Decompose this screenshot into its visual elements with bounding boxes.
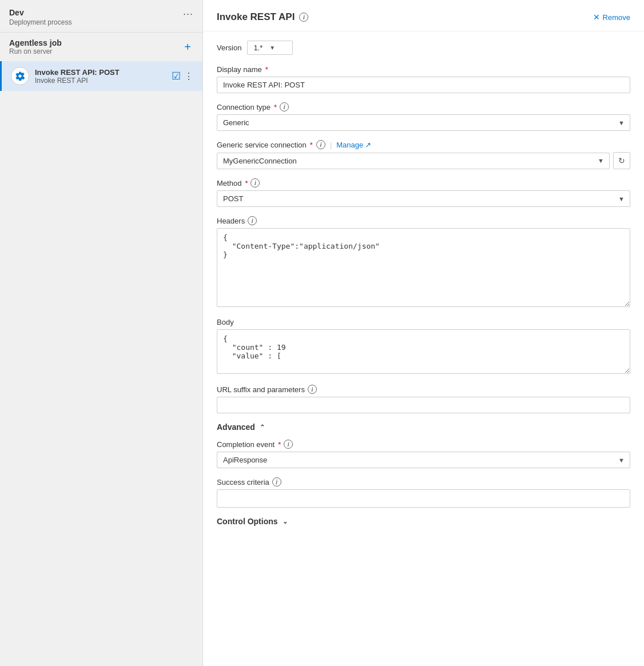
display-name-label: Display name * — [217, 65, 630, 74]
external-link-icon: ↗ — [365, 141, 371, 149]
remove-label: Remove — [603, 13, 630, 22]
body-label: Body — [217, 318, 630, 326]
advanced-chevron-icon: ⌃ — [260, 424, 265, 431]
success-criteria-input[interactable] — [217, 489, 630, 508]
deployment-title: Dev — [9, 8, 71, 17]
agentless-job-title: Agentless job — [9, 38, 62, 47]
version-value: 1.* — [253, 43, 263, 52]
control-options-chevron-icon: ⌄ — [283, 518, 288, 525]
version-select[interactable]: 1.* ▼ — [247, 41, 293, 55]
control-options-label: Control Options — [217, 517, 278, 526]
right-panel: Invoke REST API i ✕ Remove Version 1.* ▼… — [203, 0, 644, 666]
panel-title-text: Invoke REST API — [217, 11, 295, 23]
generic-service-connection-group: Generic service connection * i | Manage … — [217, 140, 630, 169]
method-select[interactable]: POST GET PUT DELETE PATCH — [217, 190, 630, 207]
version-chevron-icon: ▼ — [269, 45, 275, 51]
agentless-job-subtitle: Run on server — [9, 47, 62, 55]
completion-event-required: * — [278, 440, 281, 449]
version-label: Version — [217, 43, 241, 52]
headers-label: Headers i — [217, 216, 630, 225]
remove-x-icon: ✕ — [593, 13, 600, 22]
connection-type-group: Connection type * i Generic Azure Resour… — [217, 102, 630, 131]
advanced-section-header[interactable]: Advanced ⌃ — [217, 422, 630, 432]
headers-info-icon[interactable]: i — [248, 216, 257, 225]
task-item-type: Invoke REST API — [35, 77, 172, 85]
generic-service-connection-select-wrapper: MyGenericConnection ▼ ↻ — [217, 152, 630, 169]
connection-type-info-icon[interactable]: i — [280, 102, 289, 111]
display-name-group: Display name * — [217, 65, 630, 93]
method-group: Method * i POST GET PUT DELETE PATCH ▼ — [217, 178, 630, 207]
left-panel: Dev Deployment process ··· Agentless job… — [0, 0, 203, 666]
connection-type-label: Connection type * i — [217, 102, 630, 111]
header-more-options[interactable]: ··· — [183, 8, 193, 20]
headers-textarea[interactable]: { "Content-Type":"application/json" } — [217, 228, 630, 307]
generic-service-connection-required: * — [310, 141, 313, 149]
method-info-icon[interactable]: i — [251, 178, 260, 188]
generic-service-connection-select[interactable]: MyGenericConnection — [217, 153, 610, 169]
remove-button[interactable]: ✕ Remove — [593, 13, 630, 22]
right-title: Invoke REST API i — [217, 11, 308, 23]
agentless-job-bar: Agentless job Run on server + — [0, 33, 202, 61]
url-suffix-info-icon[interactable]: i — [308, 385, 317, 394]
success-criteria-info-icon[interactable]: i — [272, 477, 281, 486]
completion-event-info-icon[interactable]: i — [284, 440, 293, 449]
manage-link[interactable]: Manage ↗ — [336, 141, 371, 149]
generic-service-connection-label-row: Generic service connection * i | Manage … — [217, 140, 630, 149]
agentless-job-info: Agentless job Run on server — [9, 38, 62, 55]
control-options-section[interactable]: Control Options ⌄ — [217, 517, 630, 526]
task-item-name: Invoke REST API: POST — [35, 68, 172, 77]
agentless-job-details: Agentless job Run on server — [9, 38, 62, 55]
manage-label: Manage — [336, 141, 363, 149]
generic-service-connection-select-container: MyGenericConnection ▼ — [217, 153, 610, 169]
deployment-subtitle: Deployment process — [9, 18, 71, 26]
task-item-actions: ☑ ⋮ — [172, 70, 193, 82]
method-required: * — [245, 179, 248, 188]
success-criteria-label: Success criteria i — [217, 477, 630, 486]
method-select-wrapper: POST GET PUT DELETE PATCH ▼ — [217, 190, 630, 207]
advanced-label: Advanced — [217, 422, 255, 432]
task-check-icon: ☑ — [172, 70, 181, 82]
url-suffix-group: URL suffix and parameters i — [217, 385, 630, 413]
task-item[interactable]: Invoke REST API: POST Invoke REST API ☑ … — [0, 61, 202, 91]
left-header-info: Dev Deployment process — [9, 8, 71, 26]
pipe-separator: | — [330, 141, 332, 149]
headers-textarea-wrapper: { "Content-Type":"application/json" } — [217, 228, 630, 309]
gear-svg-icon — [15, 71, 25, 81]
left-header: Dev Deployment process ··· — [0, 0, 202, 33]
connection-type-select-wrapper: Generic Azure Resource Manager ▼ — [217, 114, 630, 131]
display-name-required: * — [265, 65, 268, 74]
right-header: Invoke REST API i ✕ Remove — [203, 0, 644, 31]
generic-service-connection-label: Generic service connection — [217, 141, 307, 149]
completion-event-select-wrapper: ApiResponse Callback ▼ — [217, 452, 630, 468]
add-task-button[interactable]: + — [182, 41, 193, 54]
body-group: Body { "count" : 19 "value" : [ — [217, 318, 630, 376]
completion-event-select[interactable]: ApiResponse Callback — [217, 452, 630, 468]
task-gear-icon — [11, 67, 29, 85]
display-name-input[interactable] — [217, 77, 630, 93]
version-row: Version 1.* ▼ — [217, 41, 630, 55]
connection-type-required: * — [274, 103, 277, 111]
connection-type-select[interactable]: Generic Azure Resource Manager — [217, 114, 630, 131]
refresh-connection-button[interactable]: ↻ — [613, 152, 630, 169]
body-textarea[interactable]: { "count" : 19 "value" : [ — [217, 329, 630, 374]
form-body: Version 1.* ▼ Display name * Connection … — [203, 31, 644, 540]
task-item-text: Invoke REST API: POST Invoke REST API — [35, 68, 172, 85]
title-info-icon[interactable]: i — [299, 13, 308, 22]
headers-group: Headers i { "Content-Type":"application/… — [217, 216, 630, 309]
method-label: Method * i — [217, 178, 630, 188]
completion-event-label: Completion event * i — [217, 440, 630, 449]
url-suffix-input[interactable] — [217, 397, 630, 413]
url-suffix-label: URL suffix and parameters i — [217, 385, 630, 394]
success-criteria-group: Success criteria i — [217, 477, 630, 508]
task-more-options-icon[interactable]: ⋮ — [184, 71, 193, 82]
completion-event-group: Completion event * i ApiResponse Callbac… — [217, 440, 630, 468]
generic-service-connection-info-icon[interactable]: i — [316, 140, 325, 149]
